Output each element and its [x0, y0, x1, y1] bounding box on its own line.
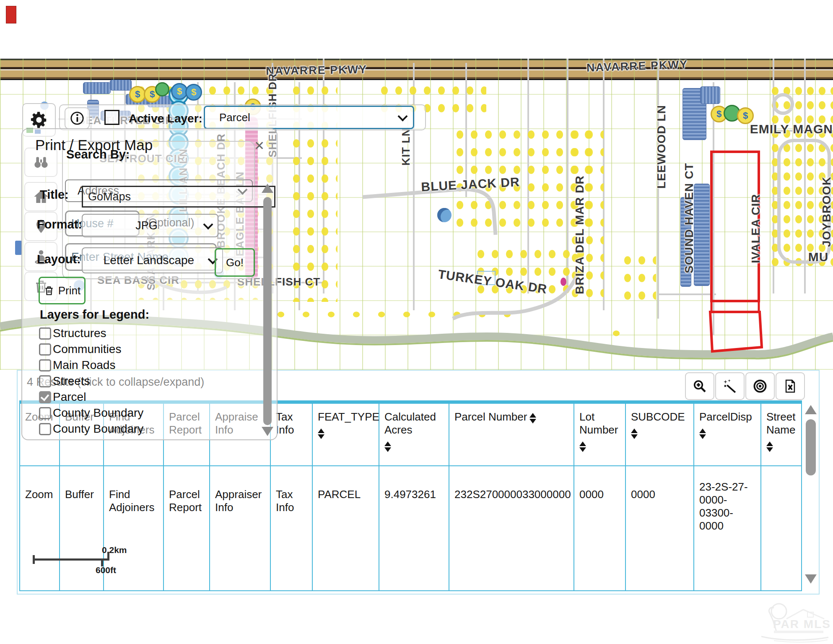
print-icon — [44, 285, 54, 296]
print-button-label: Print — [58, 284, 80, 297]
legend-checkbox-5[interactable] — [39, 407, 51, 419]
sort-icon[interactable] — [699, 428, 706, 439]
row-parcel-number: 232S270000033000000 — [449, 466, 574, 590]
blue-jack-road — [363, 189, 496, 235]
go-button[interactable]: Go! — [215, 248, 255, 277]
center-target-button[interactable] — [745, 372, 775, 400]
target-icon — [753, 379, 768, 394]
selected-parcel-strip[interactable] — [711, 301, 759, 312]
selected-parcel-lower[interactable] — [710, 312, 762, 351]
format-field-label: Format: — [37, 218, 82, 231]
print-title-input[interactable] — [82, 186, 275, 208]
wand-icon — [722, 379, 737, 394]
column-header-sortable[interactable]: Street Name — [761, 404, 802, 465]
search-by-title: Search By: — [66, 148, 130, 161]
row-action-parcel-report[interactable]: Parcel Report — [164, 466, 210, 590]
dialog-scroll-thumb[interactable] — [263, 197, 272, 425]
emily-culdesac-road — [774, 95, 792, 113]
select-tool-button[interactable] — [715, 372, 745, 400]
legend-checkbox-label: County Boundary — [53, 422, 143, 436]
dialog-scroll-up[interactable] — [262, 184, 273, 193]
excel-icon — [783, 379, 797, 393]
info-button[interactable] — [65, 107, 90, 129]
street-label: EMILY MAGNO — [750, 122, 833, 136]
format-select[interactable]: JPG — [82, 214, 218, 237]
title-field-label: Title: — [40, 188, 69, 202]
scale-tick — [33, 555, 35, 564]
scale-ft-label: 600ft — [96, 565, 116, 575]
scale-line — [34, 558, 109, 561]
sort-icon[interactable] — [529, 413, 536, 423]
row-parceldisp: 23-2S-27-0000-03300-0000 — [694, 466, 761, 590]
row-subcode: 0000 — [626, 466, 694, 590]
layout-field-label: Layout: — [37, 252, 81, 266]
format-value: JPG — [88, 219, 205, 232]
legend-checkbox-label: Streets — [53, 374, 90, 388]
street-label: NAVARRE PKWY — [266, 63, 368, 78]
extent-box-icon[interactable] — [104, 110, 119, 125]
info-icon — [70, 111, 84, 125]
column-header-sortable[interactable]: Parcel Number — [449, 404, 574, 465]
results-scroll-down[interactable] — [805, 574, 817, 584]
legend-checkbox-1[interactable] — [39, 343, 51, 356]
scale-tick-km — [107, 552, 109, 561]
export-excel-button[interactable] — [776, 372, 805, 400]
sort-icon[interactable] — [579, 441, 586, 452]
legend-checkbox-label: Communities — [53, 343, 121, 356]
column-header-sortable[interactable]: ParcelDisp — [694, 404, 761, 465]
layout-select[interactable]: Letter Landscape — [82, 247, 223, 273]
street-label: KIT LN — [400, 128, 413, 166]
street-label: JOYBROOK — [820, 177, 833, 247]
layers-legend-title: Layers for Legend: — [40, 308, 149, 322]
legend-checkbox-label: County Boundary — [53, 406, 143, 420]
par-mls-watermark: PAR MLS — [757, 602, 831, 643]
active-layer-value: Parcel — [219, 111, 399, 124]
active-layer-label: Active Layer: — [129, 112, 202, 125]
row-calculated-acres: 9.4973261 — [379, 466, 449, 590]
row-action-tax-info[interactable]: Tax Info — [271, 466, 313, 590]
watermark-text: PAR MLS — [773, 618, 831, 631]
legend-checkbox-label: Main Roads — [53, 358, 115, 372]
print-button[interactable]: Print — [39, 277, 86, 304]
gomaps-app: $ $ $ $ $ $ $ NAVARRE PKWY NAVA — [0, 0, 833, 644]
legend-checkbox-label: Parcel — [53, 390, 86, 404]
street-label: BRIZA DEL MAR DR — [573, 175, 586, 294]
row-feat-type: PARCEL — [313, 466, 379, 590]
results-scroll-up[interactable] — [805, 405, 817, 414]
results-scroll-thumb[interactable] — [806, 419, 816, 475]
legend-checkbox-0[interactable] — [39, 327, 51, 340]
sort-icon[interactable] — [318, 428, 324, 439]
chevron-down-icon — [397, 111, 407, 121]
row-action-appraiser-info[interactable]: Appraiser Info — [210, 466, 271, 590]
row-lot-number: 0000 — [574, 466, 626, 590]
sort-icon[interactable] — [766, 441, 773, 452]
street-label: MU — [808, 250, 829, 264]
column-header-sortable[interactable]: FEAT_TYPE — [313, 404, 379, 465]
zoom-in-icon — [692, 379, 707, 394]
street-label: SOUND HAVEN CT — [682, 163, 696, 273]
legend-checkbox-label: Structures — [53, 327, 106, 340]
go-button-label: Go! — [226, 256, 244, 269]
sort-icon[interactable] — [384, 441, 391, 452]
legend-checkbox-2[interactable] — [39, 359, 51, 371]
layout-value: Letter Landscape — [88, 254, 209, 267]
legend-checkbox-6[interactable] — [39, 423, 51, 435]
column-header-sortable[interactable]: Lot Number — [574, 404, 626, 465]
gear-icon — [29, 110, 49, 130]
close-icon[interactable]: ✕ — [254, 138, 265, 153]
street-label: IVALEA CIR — [749, 194, 763, 263]
sort-icon[interactable] — [631, 428, 638, 439]
scale-bar: 0.2km 600ft — [33, 545, 142, 575]
street-label: LEEWOOD LN — [655, 105, 668, 189]
dialog-scroll-down[interactable] — [262, 427, 273, 436]
zoom-to-results-button[interactable] — [685, 372, 714, 400]
chevron-down-icon — [203, 219, 213, 229]
row-street-name — [761, 466, 802, 590]
column-header-sortable[interactable]: SUBCODE — [626, 404, 694, 465]
legend-checkbox-4[interactable] — [39, 391, 51, 403]
column-header-sortable[interactable]: Calculated Acres — [379, 404, 449, 465]
active-layer-select[interactable]: Parcel — [204, 106, 414, 129]
scale-km-label: 0.2km — [102, 545, 127, 555]
legend-checkbox-3[interactable] — [39, 375, 51, 387]
